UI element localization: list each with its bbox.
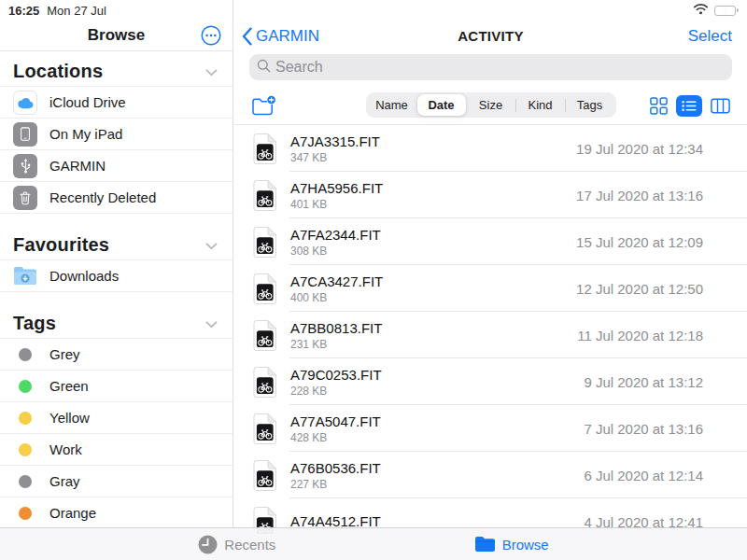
section-gap: [0, 292, 233, 303]
sidebar-item-orange[interactable]: Orange: [0, 497, 233, 527]
content-pane: GARMIN ACTIVITY Select NameDateSizeKindT…: [234, 0, 747, 560]
chevron-down-icon[interactable]: [205, 237, 218, 254]
sidebar-item-label: Grey: [49, 346, 80, 362]
sidebar-item-garmin[interactable]: GARMIN: [0, 150, 233, 182]
search-input[interactable]: [275, 59, 725, 76]
files-app-window: 16:25 Mon 27 Jul Browse: [0, 0, 747, 560]
file-meta: A7BB0813.FIT231 KB: [290, 320, 382, 351]
downloads-icon: [13, 266, 37, 286]
file-meta: A7CA3427.FIT400 KB: [290, 273, 383, 304]
search-icon: [257, 59, 271, 77]
sidebar-item-label: On My iPad: [49, 126, 122, 142]
sidebar-item-on-my-ipad[interactable]: On My iPad: [0, 119, 233, 150]
tab-bar: Recents Browse: [0, 527, 747, 560]
file-meta: A7JA3315.FIT347 KB: [290, 133, 380, 164]
file-date: 9 Jul 2020 at 13:12: [584, 374, 747, 390]
file-row[interactable]: A7FA2344.FIT308 KB15 Jul 2020 at 12:09: [234, 218, 747, 265]
file-row[interactable]: A7JA3315.FIT347 KB19 Jul 2020 at 12:34: [234, 125, 747, 172]
sidebar-item-grey[interactable]: Grey: [0, 339, 233, 371]
select-button[interactable]: Select: [688, 27, 732, 46]
file-date: 6 Jul 2020 at 12:14: [584, 468, 747, 483]
file-row[interactable]: A77A5047.FIT428 KB7 Jul 2020 at 13:16: [234, 405, 747, 452]
more-options-icon[interactable]: [201, 25, 221, 46]
file-name: A74A4512.FIT: [290, 513, 381, 529]
sidebar-item-label: Yellow: [49, 410, 90, 426]
sidebar-item-label: Orange: [49, 505, 96, 521]
list-view-icon[interactable]: [676, 95, 702, 117]
tag-dot-icon: [13, 475, 37, 488]
sidebar-item-label: iCloud Drive: [49, 94, 126, 110]
chevron-down-icon[interactable]: [205, 63, 218, 80]
tag-dot-icon: [13, 443, 37, 456]
trash-icon: [13, 186, 37, 210]
file-row[interactable]: A76B0536.FIT227 KB6 Jul 2020 at 12:14: [234, 452, 747, 498]
section-gap: [0, 214, 233, 225]
fit-file-icon: [252, 227, 277, 258]
file-size: 231 KB: [290, 338, 382, 351]
file-name: A7HA5956.FIT: [290, 180, 383, 196]
file-name: A77A5047.FIT: [290, 413, 381, 429]
sidebar-item-downloads[interactable]: Downloads: [0, 260, 233, 292]
fit-file-icon: [252, 320, 277, 351]
file-meta: A77A5047.FIT428 KB: [290, 413, 381, 444]
sidebar-title: Browse: [88, 26, 145, 45]
clock-icon: [198, 535, 218, 554]
toolbar: NameDateSizeKindTags: [234, 87, 747, 124]
file-size: 308 KB: [290, 245, 381, 258]
section-header-tags[interactable]: Tags: [0, 303, 233, 339]
tag-dot-icon: [13, 348, 37, 361]
sidebar-item-label: Downloads: [49, 268, 119, 284]
file-name: A79C0253.FIT: [290, 367, 382, 383]
file-size: 347 KB: [290, 151, 380, 164]
back-chevron-icon: [242, 27, 252, 46]
status-time: 16:25: [8, 4, 39, 18]
fit-file-icon: [252, 367, 277, 398]
sort-option-name[interactable]: Name: [368, 94, 416, 116]
sort-option-size[interactable]: Size: [467, 94, 515, 116]
sidebar-section-favourites: FavouritesDownloads: [0, 225, 233, 292]
status-date: Mon 27 Jul: [47, 4, 106, 18]
columns-view-icon[interactable]: [711, 98, 730, 114]
sidebar-item-label: Recently Deleted: [49, 189, 156, 205]
ipad-icon: [13, 122, 37, 147]
section-title: Locations: [13, 61, 103, 82]
sort-option-kind[interactable]: Kind: [516, 94, 565, 116]
icloud-icon: [13, 91, 37, 115]
sidebar-item-recently-deleted[interactable]: Recently Deleted: [0, 182, 233, 214]
sidebar-item-yellow[interactable]: Yellow: [0, 402, 233, 434]
back-button[interactable]: GARMIN: [242, 27, 319, 46]
file-row[interactable]: A7HA5956.FIT401 KB17 Jul 2020 at 13:16: [234, 172, 747, 218]
file-name: A7FA2344.FIT: [290, 227, 381, 243]
section-header-favourites[interactable]: Favourites: [0, 225, 233, 260]
file-size: 228 KB: [290, 385, 382, 398]
sidebar-item-gray[interactable]: Gray: [0, 466, 233, 497]
file-row[interactable]: A7CA3427.FIT400 KB12 Jul 2020 at 12:50: [234, 265, 747, 312]
file-row[interactable]: A7BB0813.FIT231 KB11 Jul 2020 at 12:18: [234, 312, 747, 358]
file-size: 401 KB: [290, 198, 383, 211]
file-date: 17 Jul 2020 at 13:16: [576, 188, 747, 203]
folder-icon: [474, 536, 496, 553]
tab-browse[interactable]: Browse: [474, 536, 549, 553]
file-date: 19 Jul 2020 at 12:34: [576, 141, 747, 157]
new-folder-icon[interactable]: [252, 95, 276, 116]
section-title: Tags: [13, 313, 56, 334]
sort-option-date[interactable]: Date: [417, 94, 466, 116]
sidebar-item-work[interactable]: Work: [0, 434, 233, 466]
file-size: 227 KB: [290, 478, 381, 491]
fit-file-icon: [252, 413, 277, 444]
file-list: A7JA3315.FIT347 KB19 Jul 2020 at 12:34A7…: [234, 124, 747, 541]
search-bar[interactable]: [249, 54, 732, 80]
tag-dot-icon: [13, 380, 37, 393]
sidebar-item-green[interactable]: Green: [0, 371, 233, 402]
battery-icon: [714, 6, 739, 16]
status-bar: 16:25 Mon 27 Jul: [0, 0, 747, 21]
section-header-locations[interactable]: Locations: [0, 51, 233, 87]
tag-dot-icon: [13, 507, 37, 520]
chevron-down-icon[interactable]: [205, 315, 218, 332]
sidebar-item-icloud-drive[interactable]: iCloud Drive: [0, 87, 233, 119]
sort-option-tags[interactable]: Tags: [566, 94, 614, 116]
fit-file-icon: [252, 273, 277, 304]
file-row[interactable]: A79C0253.FIT228 KB9 Jul 2020 at 13:12: [234, 358, 747, 405]
grid-view-icon[interactable]: [650, 97, 668, 115]
tab-recents[interactable]: Recents: [198, 535, 275, 554]
